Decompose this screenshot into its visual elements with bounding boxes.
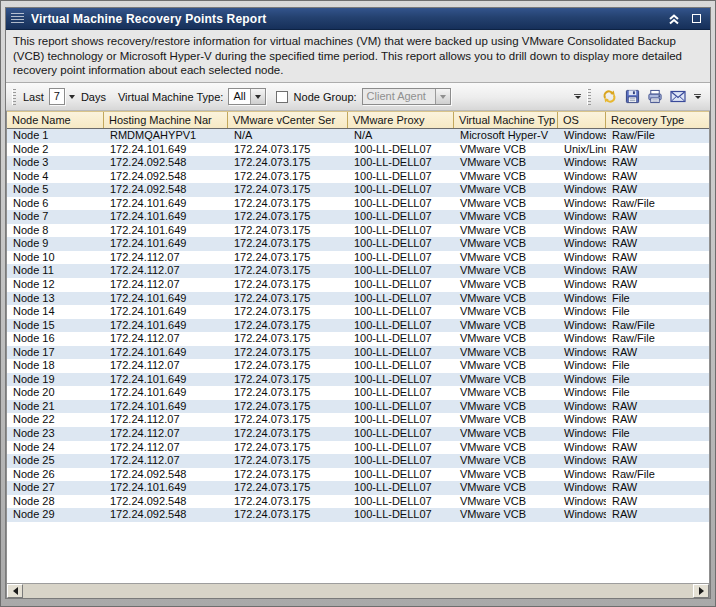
column-header[interactable]: Virtual Machine Typ [454, 112, 558, 128]
email-button[interactable] [669, 88, 687, 105]
table-cell: File [606, 427, 709, 441]
scroll-right-button[interactable] [693, 584, 709, 598]
table-cell: 100-LL-DELL07 [348, 143, 454, 157]
table-cell: VMware VCB [454, 427, 558, 441]
table-cell: RAW [606, 495, 709, 509]
days-dropdown[interactable]: 7 [49, 88, 65, 105]
titlebar[interactable]: Virtual Machine Recovery Points Report [6, 8, 710, 30]
print-icon [647, 89, 663, 104]
table-row[interactable]: Node 1RMDMQAHYPV1N/AN/AMicrosoft Hyper-V… [7, 129, 709, 143]
column-header[interactable]: VMware Proxy [348, 112, 454, 128]
table-cell: VMware VCB [454, 359, 558, 373]
table-cell: Node 12 [7, 278, 104, 292]
table-cell: File [606, 373, 709, 387]
table-row[interactable]: Node 29172.24.092.548172.24.073.175100-L… [7, 508, 709, 522]
table-row[interactable]: Node 28172.24.092.548172.24.073.175100-L… [7, 495, 709, 509]
table-row[interactable]: Node 10172.24.112.07172.24.073.175100-LL… [7, 251, 709, 265]
table-cell: File [606, 386, 709, 400]
refresh-button[interactable] [600, 88, 618, 105]
column-header[interactable]: Hosting Machine Nar [104, 112, 228, 128]
save-icon [625, 89, 640, 104]
table-row[interactable]: Node 11172.24.112.07172.24.073.175100-LL… [7, 264, 709, 278]
table-cell: 172.24.073.175 [228, 400, 348, 414]
table-row[interactable]: Node 3172.24.092.548172.24.073.175100-LL… [7, 156, 709, 170]
table-cell: Node 11 [7, 264, 104, 278]
save-button[interactable] [623, 88, 641, 105]
column-header[interactable]: OS [558, 112, 606, 128]
table-row[interactable]: Node 17172.24.101.649172.24.073.175100-L… [7, 346, 709, 360]
table-cell: RAW [606, 251, 709, 265]
table-cell: 172.24.112.07 [104, 454, 228, 468]
toolbar-grip-icon[interactable] [12, 89, 16, 105]
days-dropdown-arrow-icon[interactable] [69, 95, 75, 99]
table-cell: Windows [558, 170, 606, 184]
maximize-button[interactable] [688, 12, 704, 26]
table-header-row: Node NameHosting Machine NarVMware vCent… [7, 111, 709, 129]
table-cell: 172.24.092.548 [104, 156, 228, 170]
table-cell: Raw/File [606, 197, 709, 211]
table-cell: RAW [606, 441, 709, 455]
table-row[interactable]: Node 6172.24.101.649172.24.073.175100-LL… [7, 197, 709, 211]
table-row[interactable]: Node 21172.24.101.649172.24.073.175100-L… [7, 400, 709, 414]
toolbar-overflow-button[interactable] [572, 89, 583, 105]
column-header[interactable]: VMware vCenter Ser [228, 112, 348, 128]
table-cell: 172.24.101.649 [104, 319, 228, 333]
scrollbar-track[interactable] [23, 584, 693, 598]
table-row[interactable]: Node 27172.24.101.649172.24.073.175100-L… [7, 481, 709, 495]
table-row[interactable]: Node 4172.24.092.548172.24.073.175100-LL… [7, 170, 709, 184]
table-row[interactable]: Node 13172.24.101.649172.24.073.175100-L… [7, 292, 709, 306]
print-button[interactable] [646, 88, 664, 105]
table-row[interactable]: Node 7172.24.101.649172.24.073.175100-LL… [7, 210, 709, 224]
vm-type-dropdown[interactable]: All [228, 88, 265, 105]
table-cell: Node 20 [7, 386, 104, 400]
table-cell: 100-LL-DELL07 [348, 319, 454, 333]
vm-type-dropdown-button[interactable] [250, 89, 265, 104]
table-row[interactable]: Node 9172.24.101.649172.24.073.175100-LL… [7, 237, 709, 251]
table-cell: Node 26 [7, 468, 104, 482]
node-group-value: Client Agent [363, 89, 435, 104]
table-row[interactable]: Node 2172.24.101.649172.24.073.175100-LL… [7, 143, 709, 157]
table-cell: 172.24.073.175 [228, 373, 348, 387]
table-cell: 172.24.101.649 [104, 386, 228, 400]
table-row[interactable]: Node 23172.24.112.07172.24.073.175100-LL… [7, 427, 709, 441]
table-row[interactable]: Node 15172.24.101.649172.24.073.175100-L… [7, 319, 709, 333]
drag-grip-icon[interactable] [11, 13, 24, 25]
column-header[interactable]: Node Name [7, 112, 104, 128]
node-group-checkbox[interactable] [276, 91, 288, 103]
table-cell: Windows [558, 197, 606, 211]
table-row[interactable]: Node 18172.24.112.07172.24.073.175100-LL… [7, 359, 709, 373]
table-cell: 100-LL-DELL07 [348, 346, 454, 360]
table-row[interactable]: Node 20172.24.101.649172.24.073.175100-L… [7, 386, 709, 400]
table-cell: RAW [606, 210, 709, 224]
table-cell: Node 17 [7, 346, 104, 360]
table-row[interactable]: Node 26172.24.092.548172.24.073.175100-L… [7, 468, 709, 482]
icon-toolbar-grip-icon[interactable] [587, 89, 591, 105]
table-body: Node 1RMDMQAHYPV1N/AN/AMicrosoft Hyper-V… [7, 129, 709, 583]
action-icon-bar [598, 88, 689, 105]
scroll-left-button[interactable] [7, 584, 23, 598]
table-cell: Windows [558, 495, 606, 509]
table-row[interactable]: Node 22172.24.112.07172.24.073.175100-LL… [7, 413, 709, 427]
table-row[interactable]: Node 8172.24.101.649172.24.073.175100-LL… [7, 224, 709, 238]
table-row[interactable]: Node 24172.24.112.07172.24.073.175100-LL… [7, 441, 709, 455]
table-row[interactable]: Node 12172.24.112.07172.24.073.175100-LL… [7, 278, 709, 292]
table-cell: 172.24.101.649 [104, 237, 228, 251]
table-cell: 100-LL-DELL07 [348, 264, 454, 278]
collapse-button[interactable] [666, 12, 682, 26]
horizontal-scrollbar[interactable] [7, 583, 709, 598]
table-row[interactable]: Node 19172.24.101.649172.24.073.175100-L… [7, 373, 709, 387]
table-row[interactable]: Node 16172.24.112.07172.24.073.175100-LL… [7, 332, 709, 346]
table-cell: VMware VCB [454, 386, 558, 400]
table-cell: Node 23 [7, 427, 104, 441]
table-row[interactable]: Node 14172.24.101.649172.24.073.175100-L… [7, 305, 709, 319]
iconbar-overflow-button[interactable] [692, 89, 703, 105]
table-row[interactable]: Node 25172.24.112.07172.24.073.175100-LL… [7, 454, 709, 468]
column-header[interactable]: Recovery Type [606, 112, 709, 128]
filter-toolbar: Last 7 Days Virtual Machine Type: All No… [6, 83, 710, 111]
table-cell: 172.24.073.175 [228, 413, 348, 427]
table-cell: 172.24.101.649 [104, 292, 228, 306]
table-cell: 172.24.092.548 [104, 468, 228, 482]
table-cell: Windows [558, 129, 606, 143]
report-grid: Node NameHosting Machine NarVMware vCent… [6, 111, 710, 598]
table-row[interactable]: Node 5172.24.092.548172.24.073.175100-LL… [7, 183, 709, 197]
